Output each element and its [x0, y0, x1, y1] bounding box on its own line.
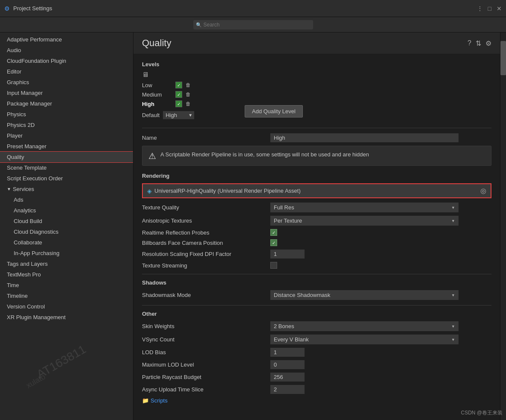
lod-bias-row: LOD Bias — [142, 348, 491, 357]
shadowmask-label: Shadowmask Mode — [142, 292, 270, 298]
particle-raycast-label: Particle Raycast Budget — [142, 374, 270, 380]
vsync-dropdown-wrap: Every V Blank Don't Sync Every Second V … — [270, 335, 459, 344]
sidebar-item-textmesh-pro[interactable]: TextMesh Pro — [0, 269, 133, 280]
anisotropic-dropdown-wrap: Per Texture Disabled Forced On — [270, 216, 459, 226]
window-title: Project Settings — [13, 5, 52, 12]
main-layout: Adaptive Performance Audio CloudFoundati… — [0, 32, 506, 420]
level-checkbox-high[interactable]: ✓ — [175, 100, 182, 107]
texture-streaming-checkbox[interactable] — [270, 262, 277, 269]
trash-icon-high[interactable]: 🗑 — [186, 101, 191, 107]
sidebar: Adaptive Performance Audio CloudFoundati… — [0, 32, 133, 420]
shadowmask-row: Shadowmask Mode Distance Shadowmask Shad… — [142, 290, 491, 300]
rendering-section-title: Rendering — [142, 173, 491, 179]
skin-weights-row: Skin Weights 2 Bones 1 Bone 4 Bones Unli… — [142, 321, 491, 331]
async-upload-input[interactable] — [270, 385, 305, 394]
default-dropdown-wrap: High Medium Low ▼ — [163, 111, 194, 119]
skin-weights-dropdown[interactable]: 2 Bones 1 Bone 4 Bones Unlimited — [270, 321, 459, 331]
sidebar-item-collaborate[interactable]: Collaborate — [0, 237, 133, 248]
sidebar-item-package-manager[interactable]: Package Manager — [0, 98, 133, 109]
target-icon[interactable]: ◎ — [480, 187, 486, 195]
scrollbar-track[interactable] — [500, 32, 506, 420]
sidebar-item-editor[interactable]: Editor — [0, 66, 133, 77]
vsync-row: VSync Count Every V Blank Don't Sync Eve… — [142, 335, 491, 344]
shadowmask-dropdown[interactable]: Distance Shadowmask Shadowmask — [270, 290, 459, 300]
shadows-section-title: Shadows — [142, 279, 491, 286]
layout-icon[interactable]: ⇅ — [476, 39, 481, 47]
billboards-checkbox[interactable]: ✓ — [270, 239, 277, 246]
sidebar-item-scene-template[interactable]: Scene Template — [0, 162, 133, 173]
content-header: Quality ? ⇅ ⚙ — [133, 32, 500, 54]
divider-shadows — [142, 274, 491, 274]
scripts-row[interactable]: 📁 Scripts — [142, 397, 491, 404]
sidebar-item-script-execution-order[interactable]: Script Execution Order — [0, 173, 133, 184]
sidebar-item-graphics[interactable]: Graphics — [0, 77, 133, 88]
sidebar-item-preset-manager[interactable]: Preset Manager — [0, 141, 133, 152]
resolution-scaling-row: Resolution Scaling Fixed DPI Factor — [142, 250, 491, 258]
trash-icon-medium[interactable]: 🗑 — [186, 91, 191, 97]
reflection-probes-checkbox[interactable]: ✓ — [270, 229, 277, 236]
sidebar-item-in-app-purchasing[interactable]: In-App Purchasing — [0, 248, 133, 258]
sidebar-item-timeline[interactable]: Timeline — [0, 291, 133, 301]
help-icon[interactable]: ? — [468, 39, 471, 47]
anisotropic-dropdown[interactable]: Per Texture Disabled Forced On — [270, 216, 459, 226]
sidebar-item-ads[interactable]: Ads — [0, 194, 133, 205]
max-lod-input[interactable] — [270, 360, 305, 369]
skin-weights-dropdown-wrap: 2 Bones 1 Bone 4 Bones Unlimited — [270, 321, 459, 331]
reflection-probes-label: Realtime Reflection Probes — [142, 229, 270, 236]
level-checkbox-medium[interactable]: ✓ — [175, 91, 182, 98]
services-label: Services — [13, 186, 34, 192]
sidebar-item-quality[interactable]: Quality — [0, 152, 133, 162]
trash-icon-low[interactable]: 🗑 — [186, 82, 191, 88]
maximize-icon[interactable]: □ — [488, 5, 491, 12]
sidebar-item-physics[interactable]: Physics — [0, 109, 133, 120]
level-name-medium: Medium — [142, 91, 172, 98]
lod-bias-label: LOD Bias — [142, 349, 270, 355]
sidebar-item-player[interactable]: Player — [0, 130, 133, 141]
render-pipeline-row[interactable]: ◈ UniversalRP-HighQuality (Universal Ren… — [142, 183, 491, 198]
add-quality-button[interactable]: Add Quality Level — [245, 105, 303, 117]
default-label: Default — [142, 112, 160, 118]
settings-icon[interactable]: ⚙ — [485, 39, 491, 47]
menu-icon[interactable]: ⋮ — [477, 5, 483, 12]
search-icon: 🔍 — [196, 22, 202, 27]
name-input[interactable] — [270, 133, 459, 142]
particle-raycast-input[interactable] — [270, 373, 305, 382]
lod-bias-input[interactable] — [270, 348, 305, 357]
sidebar-item-xr-plugin-management[interactable]: XR Plugin Management — [0, 312, 133, 323]
default-row: Default High Medium Low ▼ — [142, 111, 228, 119]
search-wrap: 🔍 — [193, 20, 313, 29]
texture-quality-label: Texture Quality — [142, 204, 270, 211]
scrollbar-thumb[interactable] — [500, 41, 506, 75]
settings-icon: ⚙ — [4, 5, 10, 12]
skin-weights-label: Skin Weights — [142, 323, 270, 329]
search-input[interactable] — [193, 20, 313, 29]
default-dropdown[interactable]: High Medium Low — [163, 111, 194, 119]
header-icons[interactable]: ? ⇅ ⚙ — [468, 39, 491, 47]
close-icon[interactable]: ✕ — [497, 5, 502, 12]
anisotropic-label: Anisotropic Textures — [142, 217, 270, 224]
levels-table: Levels 🖥 Low ✓ 🗑 Medium ✓ 🗑 — [142, 61, 228, 119]
sidebar-item-tags-and-layers[interactable]: Tags and Layers — [0, 258, 133, 269]
sidebar-category-services[interactable]: ▼ Services — [0, 184, 133, 194]
warning-box: ⚠ A Scriptable Render Pipeline is in use… — [142, 146, 491, 166]
levels-label: Levels — [142, 61, 228, 68]
sidebar-item-version-control[interactable]: Version Control — [0, 301, 133, 312]
level-checkbox-low[interactable]: ✓ — [175, 82, 182, 88]
resolution-scaling-input[interactable] — [270, 250, 305, 258]
sidebar-item-adaptive-performance[interactable]: Adaptive Performance — [0, 34, 133, 45]
folder-icon: 📁 — [142, 397, 149, 404]
sidebar-item-time[interactable]: Time — [0, 280, 133, 291]
texture-quality-dropdown[interactable]: Full Res Half Res Quarter Res Eighth Res — [270, 203, 459, 212]
sidebar-item-audio[interactable]: Audio — [0, 45, 133, 56]
levels-header: 🖥 — [142, 71, 228, 79]
sidebar-item-cloud-build[interactable]: Cloud Build — [0, 216, 133, 226]
sidebar-item-cloud-diagnostics[interactable]: Cloud Diagnostics — [0, 226, 133, 237]
window-controls[interactable]: ⋮ □ ✕ — [477, 5, 502, 12]
billboards-row: Billboards Face Camera Position ✓ — [142, 239, 491, 246]
sidebar-item-physics-2d[interactable]: Physics 2D — [0, 120, 133, 130]
sidebar-item-input-manager[interactable]: Input Manager — [0, 88, 133, 98]
vsync-dropdown[interactable]: Every V Blank Don't Sync Every Second V … — [270, 335, 459, 344]
sidebar-item-analytics[interactable]: Analytics — [0, 205, 133, 216]
resolution-scaling-label: Resolution Scaling Fixed DPI Factor — [142, 251, 270, 257]
sidebar-item-cloud-foundation[interactable]: CloudFoundation Plugin — [0, 56, 133, 66]
